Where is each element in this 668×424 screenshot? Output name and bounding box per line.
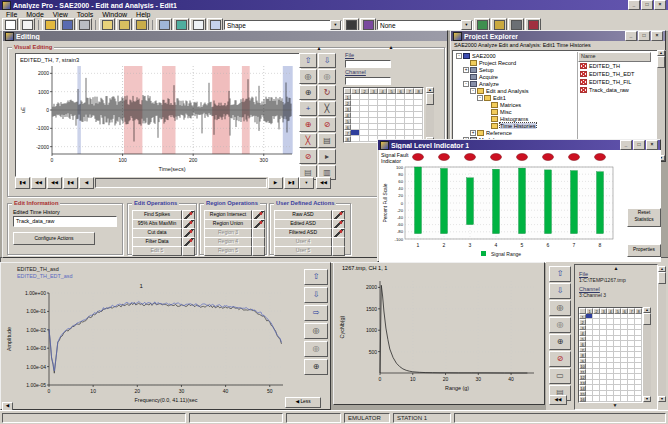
channel-grid-scrollbar[interactable]: ▲▼	[426, 87, 434, 143]
grid-cell[interactable]	[600, 396, 607, 402]
waveform-nav-button-2[interactable]: ◀◀	[47, 177, 62, 189]
chevron-down-icon[interactable]: ▾	[461, 20, 472, 30]
zoom-in-icon[interactable]: ◎	[549, 300, 571, 316]
none-combo[interactable]: None▾	[377, 20, 473, 30]
pan-center-icon[interactable]: ⊕	[549, 334, 571, 350]
stack-extra-button-1[interactable]: ◀◀	[316, 177, 331, 189]
pan-right-icon[interactable]: ⇨	[304, 305, 328, 321]
list-item-edited-th-edt[interactable]: EDITED_TH_EDT	[578, 70, 651, 78]
stack-scroll-up-icon[interactable]: ▲	[309, 46, 329, 51]
pan-up-icon[interactable]: ⇧	[304, 269, 328, 285]
maximize-button[interactable]: □	[638, 31, 650, 41]
crosshair-icon[interactable]: +	[299, 101, 317, 116]
grid-cell[interactable]	[593, 396, 600, 402]
list-item-track-data-raw[interactable]: Track_data_raw	[578, 86, 651, 94]
pan-up-icon[interactable]: ⇧	[549, 266, 571, 282]
flag-tool-icon[interactable]: ▸	[318, 149, 336, 164]
refresh-view-icon[interactable]: ↻	[318, 85, 336, 100]
tree-expand-icon[interactable]: +	[470, 130, 476, 136]
pan-down-icon[interactable]: ⇩	[304, 287, 328, 303]
pan-center-icon[interactable]: ⊕	[299, 85, 317, 100]
waveform-scrollbar[interactable]	[95, 178, 267, 188]
tree-expand-icon[interactable]: -	[456, 53, 462, 59]
configure-actions-button[interactable]: Configure Actions	[13, 232, 95, 245]
reset-statistics-button[interactable]: Reset Statistics	[627, 208, 661, 227]
grid-cell[interactable]	[614, 396, 621, 402]
channel-value-box[interactable]	[345, 77, 391, 85]
cut-region-icon[interactable]: ╳	[318, 101, 336, 116]
zoom-in-icon[interactable]: ◎	[299, 69, 317, 84]
grid-cell[interactable]	[628, 396, 635, 402]
zoom-out-icon[interactable]: ◎	[304, 341, 328, 357]
tree-expand-icon[interactable]: -	[470, 88, 476, 94]
file-value-box[interactable]	[345, 60, 391, 68]
viewer-scroll-down-icon[interactable]: ▼	[605, 403, 625, 408]
waveform-plot[interactable]: 200010000-1000-20000100200300EDITED_TH, …	[15, 53, 301, 177]
waveform-nav-right-1[interactable]: ▶▮	[284, 177, 299, 189]
tree-item-setup[interactable]: +Setup	[454, 66, 576, 73]
cut-red-icon[interactable]: ╳	[299, 133, 317, 148]
tree-item-edit1[interactable]: -Edit1	[454, 94, 576, 101]
tree-item-matrices[interactable]: Matrices	[454, 101, 576, 108]
tree-item-misc[interactable]: Misc	[454, 108, 576, 115]
close-button[interactable]: ×	[654, 0, 666, 10]
properties-button[interactable]: Properties	[627, 244, 661, 257]
tree-item-reference[interactable]: +Reference	[454, 129, 576, 136]
viewer-grid-scrollbar[interactable]: ▲▼	[643, 307, 651, 402]
list-header-name[interactable]: Name	[578, 52, 651, 62]
maximize-button[interactable]: □	[641, 0, 653, 10]
grid-row-header[interactable]: 16	[579, 396, 586, 402]
edited-time-history-field[interactable]: Track_data_raw	[13, 216, 117, 227]
less-button[interactable]: ◀ Less	[285, 397, 321, 408]
stamp-tool-icon[interactable]: ▤	[318, 133, 336, 148]
project-explorer-titlebar[interactable]: Project Explorer _□×	[451, 31, 665, 41]
list-item-edited-th[interactable]: EDITED_TH	[578, 62, 651, 70]
tree-item-acquire[interactable]: Acquire	[454, 73, 576, 80]
measure-tool-icon[interactable]: ▭	[549, 368, 571, 384]
tree-item-project-record[interactable]: Project Record	[454, 59, 576, 66]
waveform-nav-right-0[interactable]: ▶	[268, 177, 283, 189]
scroll-thumb[interactable]	[643, 313, 651, 325]
scroll-thumb[interactable]	[657, 56, 665, 68]
waveform-nav-button-0[interactable]: ▮◀	[15, 177, 30, 189]
grid-cell[interactable]	[351, 136, 360, 142]
minimize-button[interactable]: _	[625, 31, 637, 41]
scroll-thumb[interactable]	[426, 93, 434, 105]
signal-titlebar[interactable]: Signal Level Indicator 1 _□×	[378, 140, 660, 150]
tree-expand-icon[interactable]: +	[463, 67, 469, 73]
zoom-out-icon[interactable]: ◎	[318, 69, 336, 84]
grid-cell[interactable]	[635, 396, 642, 402]
maximize-button[interactable]: □	[633, 140, 645, 150]
side-scroll-up-icon[interactable]: ▲	[381, 45, 401, 50]
viewer-right-scrollbar[interactable]: ▲▼	[658, 266, 666, 402]
mark-region-icon[interactable]: ⊕	[299, 117, 317, 132]
erase-tool-icon[interactable]: ⊘	[549, 351, 571, 367]
tree-expand-icon[interactable]: -	[477, 95, 483, 101]
shape-combo[interactable]: Shape▾	[224, 20, 342, 30]
grid-cell[interactable]	[360, 136, 369, 142]
grid-cell[interactable]	[621, 396, 628, 402]
zoom-in-icon[interactable]: ◎	[304, 323, 328, 339]
waveform-nav-button-4[interactable]: ◀	[79, 177, 94, 189]
scroll-down-button[interactable]: ▼	[658, 396, 666, 402]
pan-down-icon[interactable]: ⇩	[549, 283, 571, 299]
list-item-edited-th-fil[interactable]: EDITED_TH_FIL	[578, 78, 651, 86]
close-button[interactable]: ×	[651, 31, 663, 41]
waveform-nav-button-3[interactable]: ▮◀	[63, 177, 78, 189]
minimize-button[interactable]: _	[628, 0, 640, 10]
grid-row-header[interactable]: 8	[344, 136, 351, 142]
minimize-button[interactable]: _	[620, 140, 632, 150]
scroll-thumb[interactable]	[658, 272, 666, 284]
clear-region-icon[interactable]: ⊘	[318, 117, 336, 132]
tree-item-time-histories[interactable]: Time Histories	[454, 122, 576, 129]
waveform-nav-button-1[interactable]: ◀◀	[31, 177, 46, 189]
tree-expand-icon[interactable]: -	[463, 81, 469, 87]
zoom-out-icon[interactable]: ◎	[549, 317, 571, 333]
delete-tool-icon[interactable]: ⊘	[299, 149, 317, 164]
tree-item-sae2000[interactable]: -SAE2000	[454, 52, 576, 59]
viewer-corner-button[interactable]: ◀◀	[549, 395, 567, 405]
pan-down-icon[interactable]: ⇩	[318, 53, 336, 68]
grid-cell[interactable]	[586, 396, 593, 402]
scroll-down-button[interactable]: ▼	[643, 396, 651, 402]
pan-center-icon[interactable]: ⊕	[304, 359, 328, 375]
